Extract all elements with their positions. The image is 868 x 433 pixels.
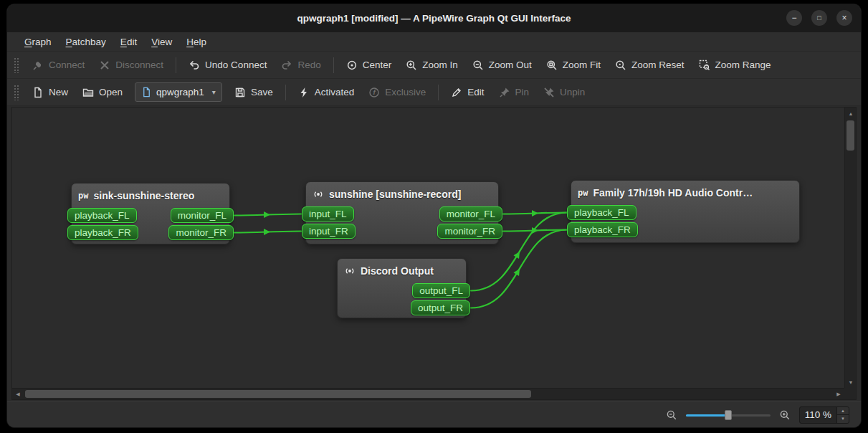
spin-up-icon[interactable]: ▲ [837, 407, 849, 416]
scroll-down-icon[interactable]: ▼ [845, 376, 857, 388]
edge-arrow-icon [264, 211, 270, 218]
audio-app-icon [313, 189, 324, 200]
chevron-down-icon: ▾ [212, 88, 216, 96]
edge-arrow-icon [264, 229, 270, 235]
toolbar-separator [438, 85, 439, 100]
edit-button[interactable]: Edit [444, 82, 490, 103]
menu-patchbay[interactable]: Patchbay [59, 34, 113, 49]
toolbar-drag-handle[interactable] [14, 57, 19, 73]
scroll-right-icon[interactable]: ▶ [833, 389, 844, 400]
menu-help[interactable]: Help [179, 34, 214, 49]
zoom-spinbox[interactable]: 110 % ▲ ▼ [799, 406, 849, 424]
horizontal-scrollbar-thumb[interactable] [25, 390, 531, 398]
node-discord-output[interactable]: Discord Output output_FL output_FR [337, 258, 467, 318]
port-playback-fl[interactable]: playback_FL [67, 208, 137, 223]
pin-icon [499, 87, 510, 98]
maximize-button[interactable]: □ [811, 10, 827, 26]
close-button[interactable]: × [836, 10, 852, 26]
port-monitor-fl[interactable]: monitor_FL [171, 208, 234, 223]
node-header: pw Family 17h/19h HD Audio Contr… [575, 184, 796, 201]
zoom-reset-icon [615, 60, 626, 71]
statusbar-zoom-out-icon[interactable] [666, 409, 677, 421]
redo-icon [281, 60, 292, 71]
port-monitor-fl[interactable]: monitor_FL [439, 206, 502, 222]
open-folder-icon [82, 87, 94, 98]
zoom-in-icon [406, 60, 417, 71]
graph-view: pw sink-sunshine-stereo playback_FL play… [11, 107, 857, 400]
vertical-scrollbar-thumb[interactable] [846, 120, 854, 151]
minimize-button[interactable]: − [786, 10, 802, 26]
port-input-fr[interactable]: input_FR [302, 224, 356, 239]
node-header: Discord Output [341, 262, 462, 279]
port-output-fl[interactable]: output_FL [412, 283, 470, 298]
redo-button[interactable]: Redo [275, 55, 327, 75]
port-monitor-fr[interactable]: monitor_FR [168, 225, 234, 240]
port-playback-fr[interactable]: playback_FR [67, 225, 138, 240]
zoom-slider[interactable] [686, 410, 771, 420]
exclusive-button[interactable]: f Exclusive [362, 82, 432, 103]
node-header: pw sink-sunshine-stereo [75, 187, 226, 204]
undo-connect-button[interactable]: Undo Connect [182, 55, 273, 75]
node-title: sink-sunshine-stereo [93, 190, 194, 201]
window-controls: − □ × [786, 10, 852, 26]
scroll-left-icon[interactable]: ◀ [12, 389, 24, 400]
disconnect-button[interactable]: Disconnect [92, 55, 170, 75]
activated-icon [298, 87, 310, 98]
unpin-button[interactable]: Unpin [537, 82, 591, 103]
graph-canvas[interactable]: pw sink-sunshine-stereo playback_FL play… [12, 108, 844, 388]
zoom-out-icon [472, 60, 484, 71]
scrollbar-corner [844, 388, 856, 399]
scroll-up-icon[interactable]: ▲ [845, 108, 857, 119]
center-icon [346, 60, 358, 71]
zoom-fit-button[interactable]: Zoom Fit [540, 55, 607, 75]
zoom-value[interactable]: 110 % [800, 407, 836, 423]
zoom-in-button[interactable]: Zoom In [399, 55, 464, 75]
menu-graph[interactable]: Graph [17, 34, 59, 49]
vertical-scrollbar[interactable]: ▲ ▼ [844, 108, 856, 388]
zoom-out-button[interactable]: Zoom Out [466, 55, 538, 75]
pipewire-icon: pw [78, 191, 88, 200]
save-button[interactable]: Save [228, 82, 280, 103]
node-title: Family 17h/19h HD Audio Contr… [593, 187, 753, 199]
statusbar-zoom-in-icon[interactable] [779, 409, 791, 421]
patchbay-file-icon [141, 87, 152, 97]
pipewire-icon: pw [578, 189, 588, 197]
edge-arrow-icon [532, 210, 538, 217]
connection-edges [12, 108, 844, 388]
port-output-fr[interactable]: output_FR [411, 300, 470, 315]
toolbar-separator [333, 57, 334, 73]
window-title: qpwgraph1 [modified] — A PipeWire Graph … [297, 13, 571, 24]
central-area: pw sink-sunshine-stereo playback_FL play… [7, 106, 861, 401]
edge-arrow-icon [513, 250, 522, 259]
node-sunshine[interactable]: sunshine [sunshine-record] input_FL inpu… [305, 181, 499, 244]
open-button[interactable]: Open [76, 82, 129, 103]
node-family-hd-audio[interactable]: pw Family 17h/19h HD Audio Contr… playba… [571, 180, 800, 243]
port-monitor-fr[interactable]: monitor_FR [437, 224, 502, 239]
spin-down-icon[interactable]: ▼ [837, 415, 849, 423]
node-sink-sunshine-stereo[interactable]: pw sink-sunshine-stereo playback_FL play… [71, 183, 230, 244]
port-input-fl[interactable]: input_FL [302, 206, 354, 222]
activated-button[interactable]: Activated [292, 82, 361, 103]
pin-button[interactable]: Pin [492, 82, 536, 103]
patchbay-selector[interactable]: qpwgraph1 ▾ [135, 82, 222, 102]
connect-button[interactable]: Connect [26, 55, 91, 75]
zoom-reset-button[interactable]: Zoom Reset [609, 55, 691, 75]
patchbay-name: qpwgraph1 [156, 87, 204, 97]
toolbar-drag-handle[interactable] [14, 85, 19, 100]
new-button[interactable]: New [26, 82, 75, 103]
zoom-range-button[interactable]: Zoom Range [692, 55, 778, 75]
port-playback-fl[interactable]: playback_FL [567, 205, 636, 220]
horizontal-scrollbar[interactable]: ◀ ▶ [12, 388, 844, 399]
disconnect-icon [99, 60, 110, 71]
node-title: sunshine [sunshine-record] [329, 189, 461, 200]
port-playback-fr[interactable]: playback_FR [567, 222, 638, 237]
center-button[interactable]: Center [340, 55, 399, 75]
toolbar-main: Connect Disconnect Undo Connect Redo Cen… [7, 52, 861, 79]
menu-edit[interactable]: Edit [113, 34, 144, 49]
undo-icon [189, 60, 200, 71]
menu-view[interactable]: View [144, 34, 179, 49]
toolbar-file: New Open qpwgraph1 ▾ Save Activated f Ex… [7, 79, 861, 106]
zoom-slider-handle[interactable] [725, 410, 732, 420]
new-file-icon [32, 87, 44, 98]
titlebar[interactable]: qpwgraph1 [modified] — A PipeWire Graph … [7, 4, 861, 32]
